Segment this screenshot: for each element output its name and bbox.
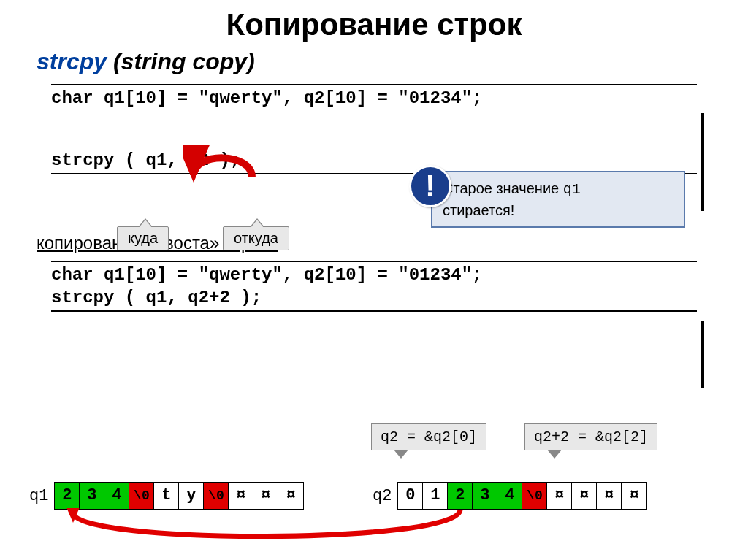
info-box: ! Старое значение q1 стирается! <box>431 171 685 228</box>
memory-cell: ¤ <box>547 483 572 509</box>
subtitle: strcpy (string copy) <box>37 48 726 75</box>
code-declaration: char q1[10] = "qwerty", q2[10] = "01234"… <box>51 88 697 108</box>
addr-box-right: q2+2 = &q2[2] <box>524 423 657 450</box>
memory-cell: ¤ <box>622 483 646 509</box>
src-label: откуда <box>234 230 278 246</box>
code-call: strcpy ( q1, q2 ); <box>51 150 697 170</box>
memory-cell: ¤ <box>597 483 622 509</box>
memory-cell: ¤ <box>278 483 303 509</box>
memory-cell: y <box>179 483 204 509</box>
memory-cell: 4 <box>497 483 522 509</box>
code-block-1: char q1[10] = "qwerty", q2[10] = "01234"… <box>51 84 726 174</box>
exclaim-icon: ! <box>409 165 451 207</box>
assign-arrow-icon <box>183 145 270 188</box>
info-var: q1 <box>563 181 581 198</box>
memory-cells-q1: 234\0ty\0¤¤¤ <box>54 482 304 510</box>
dest-tag: куда <box>117 226 169 250</box>
code-declaration-2: char q1[10] = "qwerty", q2[10] = "01234"… <box>51 265 697 285</box>
memory-cell: \0 <box>204 483 229 509</box>
memory-cell: 4 <box>104 483 129 509</box>
memory-q1: q1 234\0ty\0¤¤¤ <box>29 482 304 510</box>
dest-label: куда <box>128 230 158 246</box>
memory-cell: 2 <box>55 483 80 509</box>
memory-cell: ¤ <box>229 483 253 509</box>
memory-cell: 1 <box>423 483 448 509</box>
mem-label-q2: q2 <box>373 487 392 505</box>
code-block-2: char q1[10] = "qwerty", q2[10] = "01234"… <box>51 261 726 312</box>
src-tag: откуда <box>223 226 289 250</box>
info-text-1: Старое значение <box>443 180 563 196</box>
code-call-2: strcpy ( q1, q2+2 ); <box>51 288 697 307</box>
memory-cell: ¤ <box>253 483 278 509</box>
addr-box-left: q2 = &q2[0] <box>371 423 486 450</box>
memory-cell: 0 <box>398 483 423 509</box>
info-text-2: стирается! <box>443 202 514 218</box>
func-desc: (string copy) <box>107 48 255 74</box>
code-block-bar <box>701 321 704 388</box>
memory-cell: 3 <box>80 483 104 509</box>
memory-cell: \0 <box>522 483 547 509</box>
func-name: strcpy <box>37 48 107 74</box>
divider <box>51 310 697 312</box>
copy-arrow-icon <box>58 508 497 552</box>
memory-cell: ¤ <box>572 483 597 509</box>
divider <box>51 84 697 85</box>
memory-cell: 3 <box>473 483 497 509</box>
memory-q2: q2 01234\0¤¤¤¤ <box>373 482 647 510</box>
memory-cell: \0 <box>129 483 154 509</box>
mem-label-q1: q1 <box>29 487 48 505</box>
memory-cell: 2 <box>448 483 473 509</box>
page-title: Копирование строк <box>22 7 726 42</box>
memory-cell: t <box>154 483 179 509</box>
divider <box>51 261 697 262</box>
memory-cells-q2: 01234\0¤¤¤¤ <box>397 482 647 510</box>
